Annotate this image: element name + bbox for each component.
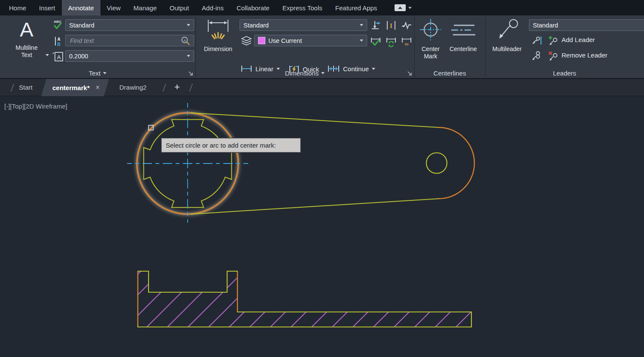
launcher-arrow-icon bbox=[188, 71, 194, 76]
align-leaders-icon bbox=[532, 35, 543, 46]
file-tab-drawing2[interactable]: Drawing2 bbox=[119, 79, 146, 96]
find-text-box: A bbox=[65, 35, 194, 46]
find-text-search-icon[interactable]: A bbox=[181, 36, 190, 45]
remove-leader-button[interactable] bbox=[548, 51, 559, 64]
dim-text-angle-icon: I bbox=[386, 20, 397, 31]
multiline-text-dropdown-caret-icon[interactable] bbox=[46, 54, 49, 56]
tab-separator bbox=[189, 84, 193, 91]
svg-text:A: A bbox=[183, 38, 186, 42]
ribbon: A Multiline Text ABC A B A Standard bbox=[0, 15, 644, 79]
collect-leaders-icon bbox=[532, 51, 543, 62]
multileader-icon bbox=[495, 18, 519, 43]
ribbon-tab-express-tools[interactable]: Express Tools bbox=[276, 0, 329, 15]
ribbon-tab-annotate[interactable]: Annotate bbox=[62, 0, 100, 15]
tab-separator bbox=[11, 84, 15, 91]
remove-leader-label[interactable]: Remove Leader bbox=[562, 51, 608, 59]
model-space-canvas[interactable]: [-][Top][2D Wireframe] Select circle or … bbox=[0, 96, 644, 357]
svg-text:B: B bbox=[57, 42, 60, 47]
dim-disassociate-button[interactable]: ∞ bbox=[401, 36, 412, 49]
ribbon-options-caret-icon[interactable] bbox=[408, 7, 412, 9]
file-tab-centermark-active[interactable]: centermark* × bbox=[41, 79, 109, 96]
chevron-down-icon bbox=[187, 55, 190, 57]
ribbon-tab-home[interactable]: Home bbox=[3, 0, 33, 15]
panel-expand-caret-icon bbox=[321, 72, 325, 74]
spell-check-icon: ABC bbox=[52, 19, 64, 31]
center-mark-entity[interactable] bbox=[127, 103, 248, 223]
dim-update-button[interactable] bbox=[370, 36, 381, 49]
dimensions-panel-title[interactable]: Dimensions bbox=[195, 68, 414, 78]
ribbon-tab-featured-apps[interactable]: Featured Apps bbox=[329, 0, 384, 15]
dim-update-icon bbox=[370, 36, 381, 48]
ribbon-minimize-button[interactable] bbox=[395, 4, 406, 11]
file-tab-start[interactable]: Start bbox=[19, 79, 33, 96]
add-leader-button[interactable] bbox=[548, 35, 559, 48]
text-align-icon: A B bbox=[52, 35, 64, 47]
dim-text-angle-button[interactable]: I bbox=[386, 20, 397, 33]
chevron-down-icon bbox=[360, 39, 363, 42]
dim-layer-button[interactable] bbox=[240, 35, 253, 48]
panel-expand-caret-icon bbox=[103, 72, 106, 74]
text-style-dropdown[interactable]: Standard bbox=[65, 19, 194, 31]
remove-leader-icon bbox=[548, 51, 559, 62]
ribbon-tab-output[interactable]: Output bbox=[163, 0, 195, 15]
text-align-button[interactable]: A B bbox=[52, 35, 64, 49]
command-prompt-tooltip: Select circle or arc to add center mark: bbox=[161, 138, 301, 152]
collect-leaders-button[interactable] bbox=[532, 51, 543, 64]
multiline-text-label: Multiline Text bbox=[6, 44, 47, 59]
ribbon-tab-manage[interactable]: Manage bbox=[127, 0, 163, 15]
dim-style-dropdown[interactable]: Standard bbox=[240, 19, 367, 31]
end-arc-entity[interactable] bbox=[439, 127, 474, 199]
multileader-label: Multileader bbox=[489, 45, 526, 53]
multiline-text-icon: A bbox=[6, 18, 47, 41]
dimension-label: Dimension bbox=[197, 45, 239, 53]
find-text-input[interactable] bbox=[69, 37, 181, 45]
leaders-panel-title: Leaders bbox=[485, 68, 644, 78]
close-tab-icon[interactable]: × bbox=[96, 84, 100, 91]
new-drawing-button[interactable]: + bbox=[174, 79, 180, 95]
centerline-button[interactable]: Centerline bbox=[446, 18, 481, 66]
text-height-button[interactable]: A bbox=[52, 51, 64, 64]
ribbon-tab-collaborate[interactable]: Collaborate bbox=[230, 0, 276, 15]
dim-jog-line-button[interactable] bbox=[401, 20, 412, 33]
svg-text:∞: ∞ bbox=[404, 41, 408, 47]
text-height-dropdown[interactable]: 0.2000 bbox=[65, 50, 194, 62]
dimensions-panel-launcher[interactable] bbox=[407, 70, 413, 78]
centerlines-panel-title: Centerlines bbox=[414, 68, 485, 78]
dim-disassociate-icon: ∞ bbox=[401, 36, 412, 48]
section-hatch-entity[interactable] bbox=[138, 271, 471, 327]
add-leader-label[interactable]: Add Leader bbox=[562, 36, 595, 43]
ribbon-tab-insert[interactable]: Insert bbox=[33, 0, 62, 15]
small-hole-circle-entity[interactable] bbox=[426, 153, 447, 173]
dim-adjust-space-button[interactable] bbox=[370, 20, 381, 33]
dim-adjust-space-icon bbox=[370, 20, 381, 31]
dim-reassociate-icon bbox=[386, 36, 397, 48]
chevron-down-icon bbox=[187, 24, 190, 26]
ribbon-tab-view[interactable]: View bbox=[100, 0, 127, 15]
dimension-button[interactable]: Dimension bbox=[199, 18, 237, 61]
spell-check-button[interactable]: ABC bbox=[52, 19, 64, 33]
drawing-geometry bbox=[0, 96, 644, 357]
text-panel-title[interactable]: Text bbox=[0, 68, 195, 78]
svg-text:I: I bbox=[390, 22, 392, 29]
file-tab-bar: Start centermark* × Drawing2 + bbox=[0, 79, 644, 96]
dim-reassociate-button[interactable] bbox=[386, 36, 397, 49]
launcher-arrow-icon bbox=[407, 71, 413, 76]
lever-top-view bbox=[127, 103, 474, 223]
chevron-down-icon bbox=[360, 24, 363, 26]
ribbon-tab-addins[interactable]: Add-ins bbox=[195, 0, 230, 15]
layer-color-swatch bbox=[258, 37, 265, 44]
svg-text:A: A bbox=[57, 37, 60, 42]
tangent-line-bottom-entity[interactable] bbox=[191, 199, 439, 214]
text-panel-launcher[interactable] bbox=[188, 70, 194, 78]
align-leaders-button[interactable] bbox=[532, 35, 543, 48]
center-mark-icon bbox=[419, 18, 443, 43]
viewport-controls[interactable]: [-][Top][2D Wireframe] bbox=[4, 103, 67, 110]
multileader-style-dropdown[interactable]: Standard bbox=[529, 19, 644, 31]
center-mark-button[interactable]: Center Mark bbox=[417, 18, 444, 66]
multiline-text-button[interactable]: A Multiline Text bbox=[6, 18, 49, 61]
centerline-icon bbox=[450, 22, 477, 40]
svg-text:A: A bbox=[57, 54, 61, 61]
multileader-button[interactable]: Multileader bbox=[492, 18, 522, 66]
dim-layer-dropdown[interactable]: Use Current bbox=[254, 35, 367, 46]
tangent-line-top-entity[interactable] bbox=[191, 113, 439, 127]
